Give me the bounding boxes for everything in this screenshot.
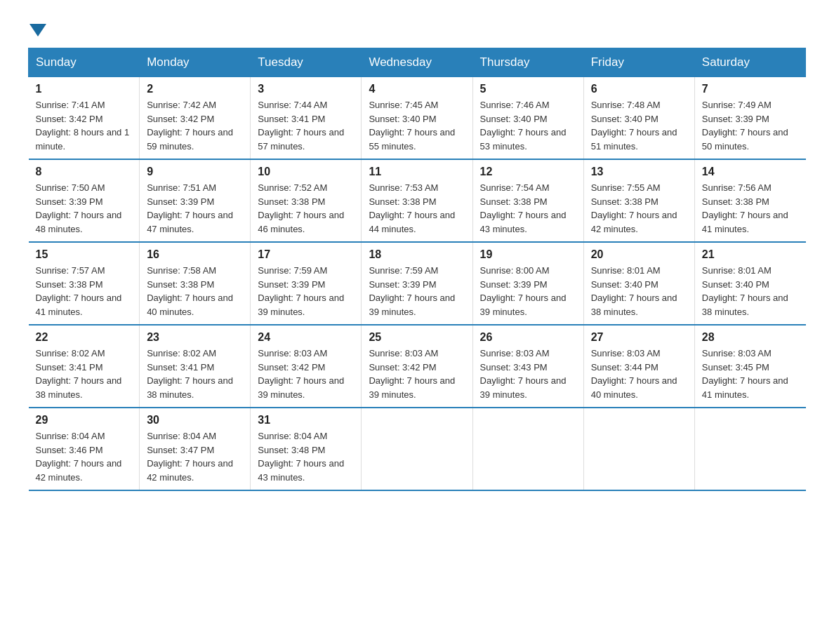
day-number: 7: [702, 83, 799, 95]
day-info: Sunrise: 7:52 AM Sunset: 3:38 PM Dayligh…: [258, 181, 354, 236]
week-row-1: 1 Sunrise: 7:41 AM Sunset: 3:42 PM Dayli…: [29, 77, 806, 160]
week-row-2: 8 Sunrise: 7:50 AM Sunset: 3:39 PM Dayli…: [29, 159, 806, 242]
header-friday: Friday: [583, 48, 694, 77]
calendar-cell: 22 Sunrise: 8:02 AM Sunset: 3:41 PM Dayl…: [29, 325, 140, 408]
day-number: 27: [591, 331, 687, 344]
calendar-cell: 15 Sunrise: 7:57 AM Sunset: 3:38 PM Dayl…: [29, 242, 140, 325]
calendar-cell: 13 Sunrise: 7:55 AM Sunset: 3:38 PM Dayl…: [583, 159, 694, 242]
day-number: 13: [591, 166, 687, 178]
day-info: Sunrise: 7:59 AM Sunset: 3:39 PM Dayligh…: [369, 264, 465, 318]
day-number: 23: [147, 331, 243, 344]
header-tuesday: Tuesday: [251, 48, 362, 77]
calendar-cell: 11 Sunrise: 7:53 AM Sunset: 3:38 PM Dayl…: [362, 159, 472, 242]
day-info: Sunrise: 8:03 AM Sunset: 3:42 PM Dayligh…: [258, 347, 354, 401]
day-number: 8: [36, 166, 133, 178]
day-number: 10: [258, 166, 354, 178]
day-number: 25: [369, 331, 465, 344]
header-saturday: Saturday: [694, 48, 805, 77]
calendar-cell: 28 Sunrise: 8:03 AM Sunset: 3:45 PM Dayl…: [694, 325, 805, 408]
day-number: 14: [702, 166, 799, 178]
day-info: Sunrise: 7:58 AM Sunset: 3:38 PM Dayligh…: [147, 264, 243, 318]
calendar-cell: 21 Sunrise: 8:01 AM Sunset: 3:40 PM Dayl…: [694, 242, 805, 325]
calendar-cell: 29 Sunrise: 8:04 AM Sunset: 3:46 PM Dayl…: [29, 408, 140, 490]
day-info: Sunrise: 8:03 AM Sunset: 3:44 PM Dayligh…: [591, 347, 687, 401]
calendar-cell: [583, 408, 694, 490]
calendar-cell: 19 Sunrise: 8:00 AM Sunset: 3:39 PM Dayl…: [472, 242, 583, 325]
day-number: 18: [369, 248, 465, 261]
day-info: Sunrise: 8:04 AM Sunset: 3:48 PM Dayligh…: [258, 429, 354, 484]
calendar-cell: [362, 408, 472, 490]
day-info: Sunrise: 7:50 AM Sunset: 3:39 PM Dayligh…: [36, 181, 133, 236]
header-wednesday: Wednesday: [362, 48, 472, 77]
calendar-cell: 18 Sunrise: 7:59 AM Sunset: 3:39 PM Dayl…: [362, 242, 472, 325]
day-info: Sunrise: 7:49 AM Sunset: 3:39 PM Dayligh…: [702, 98, 799, 153]
day-info: Sunrise: 8:03 AM Sunset: 3:43 PM Dayligh…: [480, 347, 576, 401]
day-number: 21: [702, 248, 799, 261]
day-number: 11: [369, 166, 465, 178]
calendar-cell: 24 Sunrise: 8:03 AM Sunset: 3:42 PM Dayl…: [251, 325, 362, 408]
day-info: Sunrise: 8:04 AM Sunset: 3:46 PM Dayligh…: [36, 429, 133, 484]
logo: [28, 21, 48, 34]
calendar-cell: 8 Sunrise: 7:50 AM Sunset: 3:39 PM Dayli…: [29, 159, 140, 242]
day-info: Sunrise: 7:59 AM Sunset: 3:39 PM Dayligh…: [258, 264, 354, 318]
day-info: Sunrise: 7:41 AM Sunset: 3:42 PM Dayligh…: [36, 98, 133, 153]
day-number: 16: [147, 248, 243, 261]
day-number: 12: [480, 166, 576, 178]
day-info: Sunrise: 7:53 AM Sunset: 3:38 PM Dayligh…: [369, 181, 465, 236]
calendar-cell: 2 Sunrise: 7:42 AM Sunset: 3:42 PM Dayli…: [140, 77, 251, 160]
calendar-cell: [694, 408, 805, 490]
logo-arrow-icon: [29, 24, 46, 36]
day-info: Sunrise: 7:45 AM Sunset: 3:40 PM Dayligh…: [369, 98, 465, 153]
header-monday: Monday: [140, 48, 251, 77]
calendar-cell: 17 Sunrise: 7:59 AM Sunset: 3:39 PM Dayl…: [251, 242, 362, 325]
day-number: 2: [147, 83, 243, 95]
day-number: 28: [702, 331, 799, 344]
day-number: 22: [36, 331, 133, 344]
day-info: Sunrise: 7:57 AM Sunset: 3:38 PM Dayligh…: [36, 264, 133, 318]
calendar-cell: 4 Sunrise: 7:45 AM Sunset: 3:40 PM Dayli…: [362, 77, 472, 160]
calendar-cell: 14 Sunrise: 7:56 AM Sunset: 3:38 PM Dayl…: [694, 159, 805, 242]
calendar-cell: [472, 408, 583, 490]
day-info: Sunrise: 7:56 AM Sunset: 3:38 PM Dayligh…: [702, 181, 799, 236]
page-header: [28, 21, 806, 34]
day-info: Sunrise: 8:02 AM Sunset: 3:41 PM Dayligh…: [36, 347, 133, 401]
day-number: 4: [369, 83, 465, 95]
day-number: 6: [591, 83, 687, 95]
day-info: Sunrise: 7:51 AM Sunset: 3:39 PM Dayligh…: [147, 181, 243, 236]
week-row-4: 22 Sunrise: 8:02 AM Sunset: 3:41 PM Dayl…: [29, 325, 806, 408]
day-info: Sunrise: 8:04 AM Sunset: 3:47 PM Dayligh…: [147, 429, 243, 484]
day-number: 19: [480, 248, 576, 261]
calendar-cell: 26 Sunrise: 8:03 AM Sunset: 3:43 PM Dayl…: [472, 325, 583, 408]
day-number: 15: [36, 248, 133, 261]
day-info: Sunrise: 7:54 AM Sunset: 3:38 PM Dayligh…: [480, 181, 576, 236]
day-info: Sunrise: 7:48 AM Sunset: 3:40 PM Dayligh…: [591, 98, 687, 153]
calendar-cell: 20 Sunrise: 8:01 AM Sunset: 3:40 PM Dayl…: [583, 242, 694, 325]
calendar-cell: 16 Sunrise: 7:58 AM Sunset: 3:38 PM Dayl…: [140, 242, 251, 325]
day-number: 29: [36, 414, 133, 427]
day-number: 20: [591, 248, 687, 261]
day-info: Sunrise: 8:01 AM Sunset: 3:40 PM Dayligh…: [591, 264, 687, 318]
day-number: 3: [258, 83, 354, 95]
day-number: 17: [258, 248, 354, 261]
week-row-3: 15 Sunrise: 7:57 AM Sunset: 3:38 PM Dayl…: [29, 242, 806, 325]
day-number: 5: [480, 83, 576, 95]
day-number: 26: [480, 331, 576, 344]
calendar-cell: 12 Sunrise: 7:54 AM Sunset: 3:38 PM Dayl…: [472, 159, 583, 242]
day-number: 30: [147, 414, 243, 427]
calendar-cell: 7 Sunrise: 7:49 AM Sunset: 3:39 PM Dayli…: [694, 77, 805, 160]
day-info: Sunrise: 7:46 AM Sunset: 3:40 PM Dayligh…: [480, 98, 576, 153]
day-info: Sunrise: 7:44 AM Sunset: 3:41 PM Dayligh…: [258, 98, 354, 153]
day-info: Sunrise: 7:55 AM Sunset: 3:38 PM Dayligh…: [591, 181, 687, 236]
calendar-cell: 5 Sunrise: 7:46 AM Sunset: 3:40 PM Dayli…: [472, 77, 583, 160]
calendar-body: 1 Sunrise: 7:41 AM Sunset: 3:42 PM Dayli…: [29, 77, 806, 491]
calendar-cell: 3 Sunrise: 7:44 AM Sunset: 3:41 PM Dayli…: [251, 77, 362, 160]
calendar-cell: 25 Sunrise: 8:03 AM Sunset: 3:42 PM Dayl…: [362, 325, 472, 408]
calendar-header: SundayMondayTuesdayWednesdayThursdayFrid…: [29, 48, 806, 77]
header-row: SundayMondayTuesdayWednesdayThursdayFrid…: [29, 48, 806, 77]
calendar-cell: 27 Sunrise: 8:03 AM Sunset: 3:44 PM Dayl…: [583, 325, 694, 408]
calendar-cell: 9 Sunrise: 7:51 AM Sunset: 3:39 PM Dayli…: [140, 159, 251, 242]
header-sunday: Sunday: [29, 48, 140, 77]
day-number: 9: [147, 166, 243, 178]
calendar-cell: 31 Sunrise: 8:04 AM Sunset: 3:48 PM Dayl…: [251, 408, 362, 490]
calendar-cell: 6 Sunrise: 7:48 AM Sunset: 3:40 PM Dayli…: [583, 77, 694, 160]
